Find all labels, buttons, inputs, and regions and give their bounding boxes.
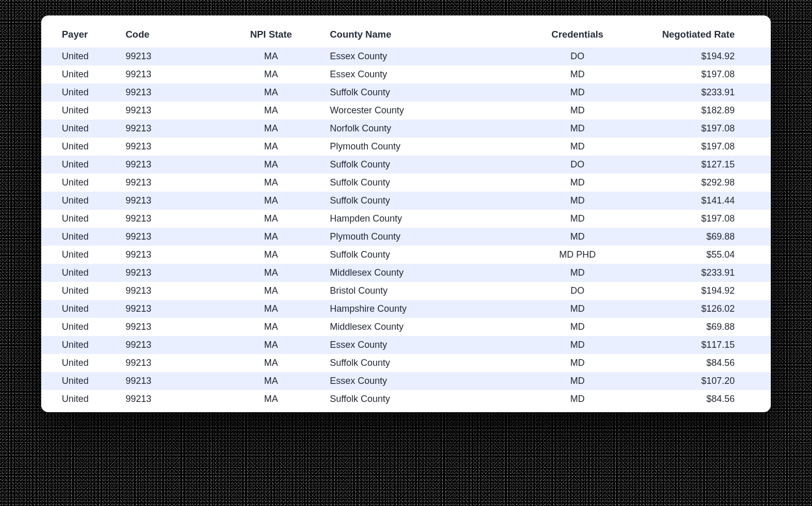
cell-code: 99213 <box>122 174 216 192</box>
cell-npi-state: MA <box>216 336 326 354</box>
table-row: United99213MASuffolk CountyMD PHD$55.04 <box>41 246 771 264</box>
table-row: United99213MASuffolk CountyDO$127.15 <box>41 156 771 174</box>
cell-npi-state: MA <box>216 192 326 210</box>
cell-code: 99213 <box>122 228 216 246</box>
cell-credentials: MD <box>515 336 639 354</box>
cell-county-name: Suffolk County <box>326 390 515 408</box>
cell-code: 99213 <box>122 282 216 300</box>
cell-code: 99213 <box>122 354 216 372</box>
cell-payer: United <box>41 246 122 264</box>
table-row: United99213MAPlymouth CountyMD$197.08 <box>41 138 771 156</box>
cell-npi-state: MA <box>216 372 326 390</box>
cell-code: 99213 <box>122 138 216 156</box>
table-row: United99213MASuffolk CountyMD$233.91 <box>41 83 771 102</box>
cell-payer: United <box>41 354 122 372</box>
cell-negotiated-rate: $107.20 <box>639 372 771 390</box>
cell-county-name: Essex County <box>326 65 515 83</box>
cell-payer: United <box>41 47 122 65</box>
cell-payer: United <box>41 174 122 192</box>
cell-code: 99213 <box>122 65 216 83</box>
cell-negotiated-rate: $69.88 <box>639 228 771 246</box>
col-header-credentials[interactable]: Credentials <box>515 24 639 47</box>
cell-negotiated-rate: $194.92 <box>639 282 771 300</box>
cell-payer: United <box>41 83 122 102</box>
cell-code: 99213 <box>122 47 216 65</box>
col-header-county-name[interactable]: County Name <box>326 24 515 47</box>
col-header-negotiated-rate[interactable]: Negotiated Rate <box>639 24 771 47</box>
cell-npi-state: MA <box>216 83 326 102</box>
cell-county-name: Hampden County <box>326 210 515 228</box>
cell-credentials: MD <box>515 120 639 138</box>
cell-county-name: Essex County <box>326 372 515 390</box>
cell-credentials: MD <box>515 192 639 210</box>
cell-credentials: MD PHD <box>515 246 639 264</box>
cell-npi-state: MA <box>216 47 326 65</box>
table-row: United99213MABristol CountyDO$194.92 <box>41 282 771 300</box>
cell-negotiated-rate: $182.89 <box>639 102 771 120</box>
cell-credentials: MD <box>515 264 639 282</box>
table-row: United99213MASuffolk CountyMD$141.44 <box>41 192 771 210</box>
cell-npi-state: MA <box>216 246 326 264</box>
cell-code: 99213 <box>122 318 216 336</box>
cell-npi-state: MA <box>216 318 326 336</box>
cell-code: 99213 <box>122 192 216 210</box>
cell-negotiated-rate: $233.91 <box>639 83 771 102</box>
cell-negotiated-rate: $197.08 <box>639 65 771 83</box>
cell-npi-state: MA <box>216 156 326 174</box>
rates-card: Payer Code NPI State County Name Credent… <box>41 15 771 412</box>
cell-negotiated-rate: $69.88 <box>639 318 771 336</box>
cell-code: 99213 <box>122 300 216 318</box>
col-header-npi-state[interactable]: NPI State <box>216 24 326 47</box>
cell-county-name: Worcester County <box>326 102 515 120</box>
col-header-code[interactable]: Code <box>122 24 216 47</box>
table-row: United99213MAEssex CountyDO$194.92 <box>41 47 771 65</box>
cell-npi-state: MA <box>216 120 326 138</box>
cell-code: 99213 <box>122 264 216 282</box>
cell-negotiated-rate: $84.56 <box>639 390 771 408</box>
table-row: United99213MAWorcester CountyMD$182.89 <box>41 102 771 120</box>
cell-county-name: Bristol County <box>326 282 515 300</box>
cell-payer: United <box>41 138 122 156</box>
table-row: United99213MAHampshire CountyMD$126.02 <box>41 300 771 318</box>
cell-county-name: Essex County <box>326 47 515 65</box>
cell-payer: United <box>41 372 122 390</box>
cell-county-name: Plymouth County <box>326 138 515 156</box>
cell-code: 99213 <box>122 246 216 264</box>
cell-code: 99213 <box>122 83 216 102</box>
cell-credentials: MD <box>515 83 639 102</box>
cell-payer: United <box>41 156 122 174</box>
cell-credentials: MD <box>515 390 639 408</box>
table-row: United99213MASuffolk CountyMD$292.98 <box>41 174 771 192</box>
cell-code: 99213 <box>122 336 216 354</box>
col-header-payer[interactable]: Payer <box>41 24 122 47</box>
table-row: United99213MAEssex CountyMD$117.15 <box>41 336 771 354</box>
cell-negotiated-rate: $127.15 <box>639 156 771 174</box>
cell-negotiated-rate: $292.98 <box>639 174 771 192</box>
cell-payer: United <box>41 282 122 300</box>
cell-npi-state: MA <box>216 300 326 318</box>
cell-npi-state: MA <box>216 264 326 282</box>
cell-npi-state: MA <box>216 390 326 408</box>
table-row: United99213MAPlymouth CountyMD$69.88 <box>41 228 771 246</box>
cell-payer: United <box>41 264 122 282</box>
cell-credentials: MD <box>515 372 639 390</box>
cell-county-name: Essex County <box>326 336 515 354</box>
cell-negotiated-rate: $197.08 <box>639 120 771 138</box>
table-row: United99213MAEssex CountyMD$107.20 <box>41 372 771 390</box>
cell-npi-state: MA <box>216 228 326 246</box>
cell-negotiated-rate: $84.56 <box>639 354 771 372</box>
cell-negotiated-rate: $55.04 <box>639 246 771 264</box>
cell-npi-state: MA <box>216 102 326 120</box>
cell-payer: United <box>41 228 122 246</box>
table-row: United99213MASuffolk CountyMD$84.56 <box>41 390 771 408</box>
cell-credentials: MD <box>515 138 639 156</box>
cell-payer: United <box>41 210 122 228</box>
cell-payer: United <box>41 300 122 318</box>
cell-county-name: Hampshire County <box>326 300 515 318</box>
cell-credentials: MD <box>515 318 639 336</box>
cell-county-name: Middlesex County <box>326 318 515 336</box>
cell-county-name: Suffolk County <box>326 354 515 372</box>
table-row: United99213MANorfolk CountyMD$197.08 <box>41 120 771 138</box>
cell-credentials: MD <box>515 228 639 246</box>
cell-credentials: DO <box>515 47 639 65</box>
